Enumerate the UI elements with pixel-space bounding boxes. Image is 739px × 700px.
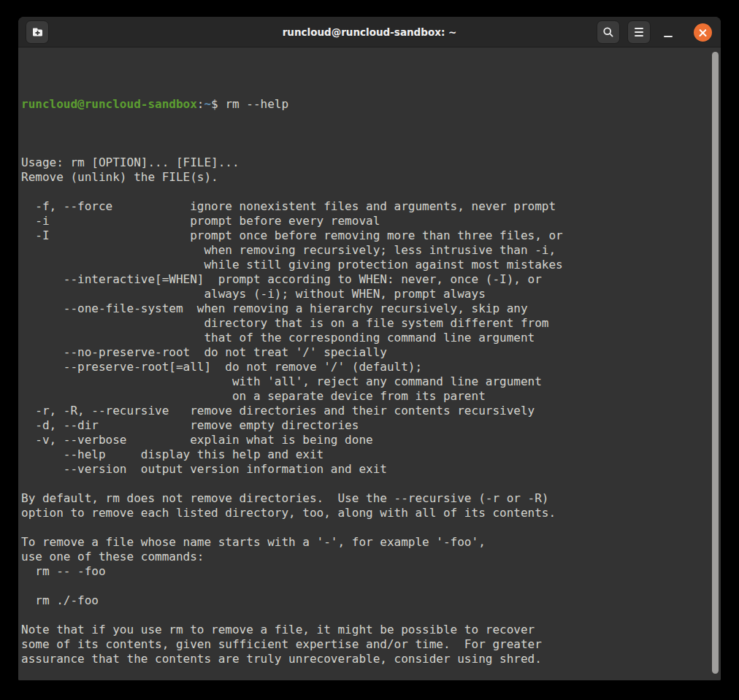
new-tab-icon (31, 26, 44, 38)
app-window: runcloud@runcloud-sandbox: ~ runcloud@ru… (18, 17, 721, 680)
command-text: rm --help (225, 97, 288, 111)
titlebar[interactable]: runcloud@runcloud-sandbox: ~ (18, 17, 721, 47)
prompt-line: runcloud@runcloud-sandbox:~$ rm --help (21, 97, 718, 112)
menu-button[interactable] (627, 20, 651, 44)
close-button[interactable] (694, 23, 712, 42)
search-icon (602, 26, 614, 38)
minimize-button[interactable] (658, 20, 678, 44)
scrollbar-thumb[interactable] (712, 52, 719, 674)
prompt-user-host: runcloud@runcloud-sandbox (21, 97, 197, 111)
new-tab-button[interactable] (26, 20, 49, 44)
search-button[interactable] (597, 20, 620, 44)
close-icon (698, 28, 708, 37)
hamburger-menu-icon (635, 28, 643, 36)
scrollbar[interactable] (712, 51, 719, 677)
terminal-screen[interactable]: runcloud@runcloud-sandbox:~$ rm --help U… (18, 48, 721, 680)
prompt-dollar: $ (211, 97, 225, 111)
help-output: Usage: rm [OPTION]... [FILE]... Remove (… (21, 155, 718, 680)
prompt-path: ~ (204, 97, 211, 111)
minimize-icon (664, 36, 673, 37)
